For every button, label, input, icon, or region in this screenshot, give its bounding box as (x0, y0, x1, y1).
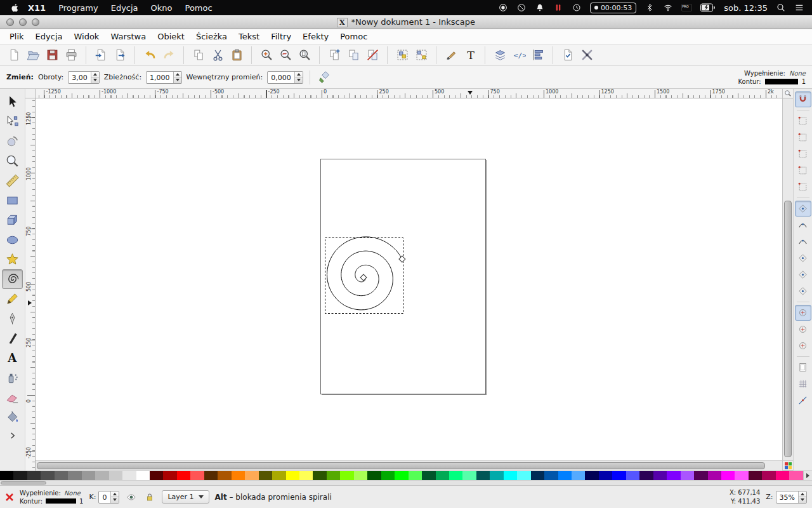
palette-swatch[interactable] (572, 471, 585, 480)
palette-swatch[interactable] (327, 471, 340, 480)
mac-menu-edycja[interactable]: Edycja (105, 3, 145, 13)
palette-swatch[interactable] (177, 471, 190, 480)
spin-down-icon[interactable] (799, 497, 806, 503)
redo-button[interactable] (160, 46, 178, 64)
copy-button[interactable] (190, 46, 207, 64)
mac-menu-pomoc[interactable]: Pomoc (179, 3, 219, 13)
menu-tekst[interactable]: Tekst (233, 30, 265, 43)
menu-edycja[interactable]: Edycja (30, 30, 69, 43)
horizontal-ruler[interactable]: -1250-1000-750-500-250025050075010001250… (36, 89, 782, 98)
zoom-corner-button[interactable] (782, 89, 793, 98)
menu-plik[interactable]: Plik (4, 30, 30, 43)
spin-down-icon[interactable] (174, 77, 181, 83)
palette-swatch[interactable] (122, 471, 136, 480)
palette-swatch[interactable] (612, 471, 625, 480)
palette-swatch[interactable] (449, 471, 462, 480)
palette-swatch[interactable] (163, 471, 176, 480)
palette-swatch[interactable] (13, 471, 27, 480)
divergence-value[interactable]: 1,000 (147, 72, 173, 83)
undo-button[interactable] (141, 46, 159, 64)
spin-up-icon[interactable] (111, 491, 119, 498)
vertical-scrollbar[interactable] (782, 98, 793, 460)
palette-swatch[interactable] (367, 471, 381, 480)
spin-down-icon[interactable] (111, 497, 119, 503)
vertical-scrollbar-thumb[interactable] (784, 201, 792, 457)
palette-swatch[interactable] (776, 471, 789, 480)
ungroup-objects-button[interactable] (412, 46, 430, 64)
spin-up-icon[interactable] (174, 72, 181, 78)
minimize-button[interactable] (19, 18, 27, 26)
inkscape-preferences-button[interactable] (578, 46, 596, 64)
menu-efekty[interactable]: Efekty (297, 30, 334, 43)
paint-bucket-tool[interactable] (2, 407, 23, 427)
palette-swatch[interactable] (272, 471, 285, 480)
palette-swatch[interactable] (653, 471, 667, 480)
palette-swatch[interactable] (299, 471, 313, 480)
palette-swatch[interactable] (544, 471, 558, 480)
opacity-spinbox[interactable]: 0 (98, 491, 119, 504)
stroke-swatch[interactable] (46, 498, 76, 504)
palette-swatch[interactable] (517, 471, 530, 480)
unlink-clone-button[interactable] (363, 46, 381, 64)
palette-swatch[interactable] (150, 471, 163, 480)
snap-nodes-button[interactable] (795, 201, 811, 217)
horizontal-scrollbar-thumb[interactable] (37, 462, 765, 469)
star-tool[interactable] (2, 250, 23, 269)
palette-swatch[interactable] (749, 471, 762, 480)
menu-filtry[interactable]: Filtry (265, 30, 297, 43)
horizontal-scrollbar[interactable] (36, 460, 782, 471)
palette-swatch[interactable] (245, 471, 258, 480)
palette-swatch[interactable] (313, 471, 326, 480)
palette-swatch[interactable] (286, 471, 299, 480)
palette-swatch[interactable] (409, 471, 422, 480)
palette-swatch[interactable] (381, 471, 395, 480)
layers-dialog-button[interactable] (491, 46, 509, 64)
turns-spin-arrows[interactable] (91, 72, 99, 83)
mac-app-menu[interactable]: X11 (22, 3, 52, 13)
battery-icon[interactable] (700, 3, 716, 13)
menu-warstwa[interactable]: Warstwa (105, 30, 152, 43)
eraser-tool[interactable] (2, 387, 23, 407)
bezier-pen-tool[interactable] (2, 309, 23, 328)
palette-scrollbar-thumb[interactable] (1, 481, 46, 485)
spin-up-icon[interactable] (295, 72, 303, 78)
palette-swatch[interactable] (27, 471, 41, 480)
snap-smooth-nodes-button[interactable] (795, 267, 811, 283)
snap-bbox-edge-midpoints-button[interactable] (795, 163, 811, 178)
cut-button[interactable] (209, 46, 226, 64)
inner-radius-value[interactable]: 0,000 (268, 72, 294, 83)
spin-up-icon[interactable] (799, 491, 806, 498)
selector-tool[interactable] (2, 92, 23, 112)
palette-swatch[interactable] (626, 471, 639, 480)
turns-value[interactable]: 3,00 (69, 72, 91, 83)
snap-line-midpoints-button[interactable] (795, 283, 811, 299)
zoom-value[interactable]: 35% (776, 491, 798, 503)
rectangle-tool[interactable] (2, 190, 23, 210)
pencil-tool[interactable] (2, 289, 23, 309)
palette-swatch[interactable] (422, 471, 435, 480)
opacity-spin-arrows[interactable] (110, 491, 119, 503)
snap-grids-button[interactable] (795, 376, 811, 392)
spin-down-icon[interactable] (91, 77, 99, 83)
wifi-icon[interactable] (663, 3, 673, 13)
print-document-button[interactable] (62, 46, 80, 64)
spin-down-icon[interactable] (295, 77, 303, 83)
palette-swatch[interactable] (340, 471, 353, 480)
text-tool[interactable] (2, 348, 23, 368)
palette-swatch[interactable] (218, 471, 231, 480)
layer-lock-toggle[interactable] (143, 491, 156, 504)
palette-swatch[interactable] (721, 471, 735, 480)
drawing-canvas[interactable] (36, 98, 782, 460)
canvas-area[interactable] (36, 98, 782, 460)
palette-swatch[interactable] (462, 471, 476, 480)
open-document-button[interactable] (24, 46, 42, 64)
inner-radius-spinbox[interactable]: 0,000 (267, 71, 303, 84)
snap-bbox-corners-button[interactable] (795, 146, 811, 162)
tweak-tool[interactable] (2, 131, 23, 151)
palette-swatch[interactable] (204, 471, 218, 480)
zoom-spinbox[interactable]: 35% (776, 491, 807, 504)
palette-swatch[interactable] (585, 471, 598, 480)
palette-swatch[interactable] (762, 471, 775, 480)
palette-swatch[interactable] (395, 471, 408, 480)
palette-swatch[interactable] (436, 471, 449, 480)
